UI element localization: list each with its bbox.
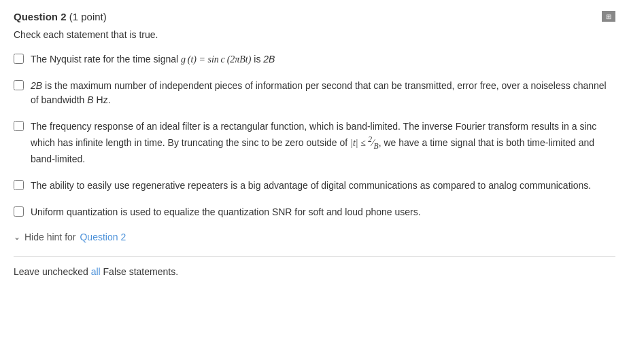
instruction-text: Check each statement that is true. (14, 29, 615, 40)
option-item-5: Uniform quantization is used to equalize… (14, 205, 615, 219)
hint-link[interactable]: Question 2 (80, 232, 126, 242)
hint-prefix: Hide hint for (24, 232, 75, 242)
footer-text: Leave unchecked all False statements. (14, 256, 615, 277)
option-list: The Nyquist rate for the time signal g (… (14, 52, 615, 219)
option-checkbox-3[interactable] (14, 121, 24, 131)
hint-toggle[interactable]: ⌄ Hide hint for Question 2 (14, 232, 615, 242)
option-checkbox-2[interactable] (14, 80, 24, 90)
option-label-2[interactable]: 2B is the maximum number of independent … (31, 79, 615, 107)
question-container: Question 2 (1 point) ⊞ Check each statem… (14, 11, 615, 277)
option-checkbox-1[interactable] (14, 54, 24, 64)
option-item-1: The Nyquist rate for the time signal g (… (14, 52, 615, 67)
option-label-4[interactable]: The ability to easily use regenerative r… (31, 179, 591, 193)
option-item-3: The frequency response of an ideal filte… (14, 120, 615, 166)
question-header: Question 2 (1 point) ⊞ (14, 11, 615, 22)
footer-prefix: Leave unchecked (14, 266, 91, 277)
option-item-4: The ability to easily use regenerative r… (14, 179, 615, 193)
question-title: Question 2 (1 point) (14, 11, 107, 22)
option-label-3[interactable]: The frequency response of an ideal filte… (31, 120, 615, 166)
option-checkbox-5[interactable] (14, 206, 24, 217)
footer-highlight: all (91, 266, 101, 277)
option-checkbox-4[interactable] (14, 180, 24, 190)
expand-icon[interactable]: ⊞ (602, 11, 615, 22)
option-item-2: 2B is the maximum number of independent … (14, 79, 615, 107)
chevron-down-icon: ⌄ (14, 232, 20, 242)
footer-suffix: False statements. (101, 266, 178, 277)
question-number: Question 2 (14, 11, 67, 22)
option-label-1[interactable]: The Nyquist rate for the time signal g (… (31, 52, 275, 67)
question-points: (1 point) (69, 11, 107, 22)
option-label-5[interactable]: Uniform quantization is used to equalize… (31, 205, 421, 219)
